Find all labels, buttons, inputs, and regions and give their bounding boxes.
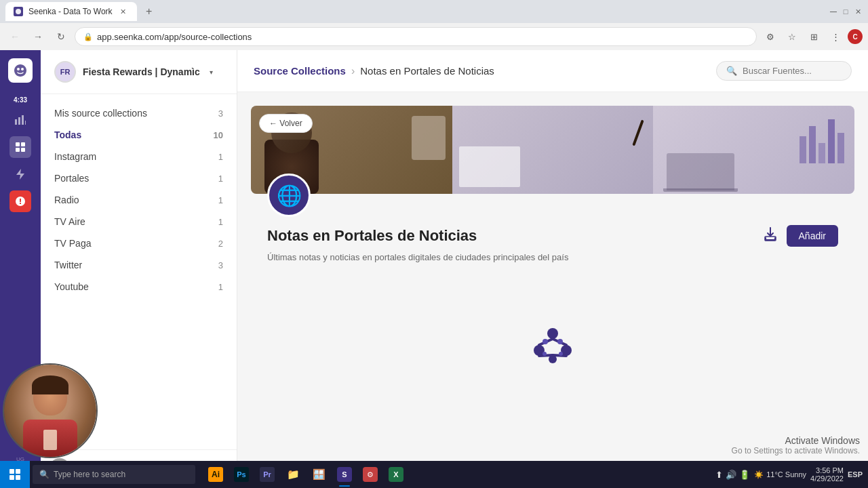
add-button[interactable]: Añadir: [787, 225, 838, 247]
svg-rect-33: [9, 475, 14, 480]
svg-rect-3: [15, 119, 17, 125]
svg-rect-10: [21, 148, 25, 152]
sidebar-icon-collections[interactable]: [9, 136, 31, 158]
export-icon[interactable]: [762, 226, 778, 246]
webcam-overlay: [3, 363, 98, 458]
company-logo: FR: [54, 61, 76, 83]
refresh-button[interactable]: ↻: [52, 27, 71, 46]
minimize-button[interactable]: ─: [829, 7, 838, 16]
company-dropdown-arrow[interactable]: ▾: [210, 68, 213, 76]
seenka-taskbar-icon: S: [337, 467, 352, 482]
svg-point-29: [542, 352, 547, 356]
taskbar-battery-icon[interactable]: 🔋: [739, 470, 750, 480]
svg-text:FR: FR: [60, 68, 71, 76]
svg-rect-14: [20, 203, 21, 204]
activate-windows-notice: Activate Windows Go to Settings to activ…: [732, 435, 860, 455]
breadcrumb-separator: ›: [351, 65, 355, 77]
taskbar-app-premiere[interactable]: Pr: [255, 461, 279, 488]
nav-item-instagram[interactable]: Instagram 1: [41, 146, 237, 167]
tab-groups-button[interactable]: ⊞: [804, 27, 823, 46]
svg-point-2: [21, 68, 24, 70]
nav-item-tvaire[interactable]: TV Aire 1: [41, 211, 237, 232]
nav-item-count: 10: [214, 130, 223, 140]
bookmark-button[interactable]: ☆: [783, 27, 802, 46]
store-icon: 🪟: [311, 467, 326, 482]
close-window-button[interactable]: ✕: [853, 7, 863, 16]
taskbar-app-explorer[interactable]: 📁: [281, 461, 305, 488]
restore-button[interactable]: □: [841, 7, 850, 16]
nav-item-twitter[interactable]: Twitter 3: [41, 254, 237, 276]
nav-item-count: 1: [218, 195, 223, 205]
collection-actions: Añadir: [762, 225, 838, 247]
webcam-person: [4, 365, 96, 457]
activate-title: Activate Windows: [732, 435, 860, 446]
svg-point-30: [559, 352, 563, 356]
new-tab-button[interactable]: +: [140, 2, 159, 21]
taskbar-system-icons: ⬆ 🔊 🔋: [715, 470, 750, 480]
taskbar-volume-icon[interactable]: 🔊: [726, 470, 736, 480]
seenka-logo-svg: [526, 320, 580, 367]
back-button[interactable]: ← Volver: [259, 114, 313, 133]
weather-icon: ☀️: [754, 470, 764, 479]
breadcrumb-root[interactable]: Source Collections: [254, 65, 346, 77]
start-button[interactable]: [0, 461, 30, 488]
nav-item-radio[interactable]: Radio 1: [41, 189, 237, 211]
taskbar-network-icon[interactable]: ⬆: [715, 470, 723, 480]
browser-chrome: Seenka - Data To Work ✕ + ─ □ ✕ ← → ↻ 🔒 …: [0, 0, 868, 50]
nav-item-portales[interactable]: Portales 1: [41, 167, 237, 189]
nav-item-label: Todas: [54, 129, 81, 140]
seenka-loading-logo: [526, 320, 580, 367]
globe-icon: 🌐: [277, 184, 302, 207]
address-bar[interactable]: 🔒 app.seenka.com/app/source-collections: [75, 27, 757, 46]
svg-rect-34: [16, 475, 20, 480]
nav-item-tvpaga[interactable]: TV Paga 2: [41, 232, 237, 254]
taskbar-app-store[interactable]: 🪟: [307, 461, 331, 488]
app-container: 4:33 UG Ex VU FR Fiesta Rewards | Dynam: [0, 50, 868, 488]
taskbar-app-unknown[interactable]: ⚙: [358, 461, 382, 488]
sidebar-icon-analytics[interactable]: [9, 109, 31, 131]
breadcrumb-current: Notas en Portales de Noticias: [360, 65, 494, 77]
activate-subtitle: Go to Settings to activate Windows.: [732, 446, 860, 455]
svg-rect-7: [16, 142, 20, 146]
nav-item-label: TV Paga: [54, 238, 91, 249]
nav-item-label: Youtube: [54, 281, 89, 292]
browser-tab[interactable]: Seenka - Data To Work ✕: [5, 2, 137, 21]
app-logo[interactable]: [8, 58, 33, 83]
nav-item-youtube[interactable]: Youtube 1: [41, 276, 237, 298]
search-input[interactable]: [743, 66, 837, 76]
collection-area: ← Volver 🌐 Notas en Portales de Noticias: [237, 92, 868, 425]
taskbar-datetime[interactable]: 3:56 PM 4/29/2022: [810, 466, 844, 483]
sidebar-icon-lightning[interactable]: [9, 163, 31, 185]
taskbar-app-seenka[interactable]: S: [332, 461, 357, 488]
taskbar-app-excel[interactable]: X: [384, 461, 408, 488]
taskbar-unknown-icon: ⚙: [363, 467, 378, 482]
url-text: app.seenka.com/app/source-collections: [97, 32, 252, 42]
collection-description: Últimas notas y noticias en portales dig…: [267, 252, 838, 262]
illustrator-icon: Ai: [208, 467, 223, 482]
taskbar-app-photoshop[interactable]: Ps: [229, 461, 254, 488]
nav-item-label: Mis source collections: [54, 108, 147, 119]
taskbar-time: 3:56 PM: [816, 466, 844, 474]
taskbar-app-illustrator[interactable]: Ai: [203, 461, 228, 488]
forward-button[interactable]: →: [28, 27, 47, 46]
nav-item-mis-collections[interactable]: Mis source collections 3: [41, 102, 237, 124]
taskbar-apps: Ai Ps Pr 📁 🪟 S: [198, 461, 414, 488]
company-name[interactable]: Fiesta Rewards | Dynamìc: [83, 66, 200, 77]
lock-icon: 🔒: [83, 33, 93, 41]
tab-close-button[interactable]: ✕: [118, 6, 129, 17]
profile-avatar[interactable]: C: [848, 29, 863, 44]
svg-rect-4: [18, 117, 20, 125]
extensions-button[interactable]: ⚙: [761, 27, 780, 46]
svg-rect-31: [9, 469, 14, 474]
taskbar: 🔍 Type here to search Ai Ps Pr 📁 🪟: [0, 461, 868, 488]
browser-toolbar: ← → ↻ 🔒 app.seenka.com/app/source-collec…: [0, 23, 868, 50]
taskbar-search[interactable]: 🔍 Type here to search: [33, 465, 195, 484]
more-button[interactable]: ⋮: [826, 27, 845, 46]
premiere-icon: Pr: [260, 467, 275, 482]
back-button[interactable]: ←: [5, 27, 24, 46]
sidebar-icon-alert[interactable]: [9, 190, 31, 212]
search-icon: 🔍: [726, 66, 737, 76]
taskbar-date: 4/29/2022: [810, 474, 844, 483]
svg-rect-9: [16, 148, 20, 152]
nav-item-todas[interactable]: Todas 10: [41, 124, 237, 146]
